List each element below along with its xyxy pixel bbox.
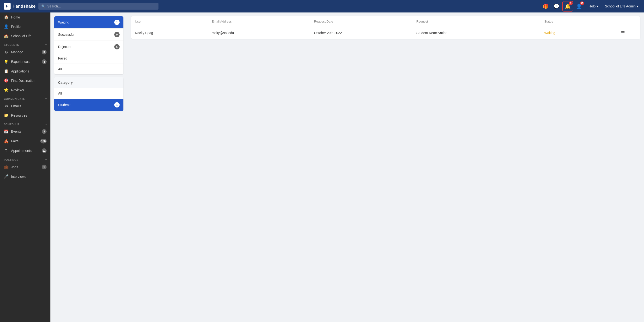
filter-successful[interactable]: Successful 9 (54, 28, 124, 41)
sidebar-first-destination-label: First Destination (11, 79, 46, 82)
emails-icon: ✉ (4, 104, 9, 108)
sidebar-item-profile[interactable]: 👤 Profile (0, 22, 50, 31)
col-status: Status (544, 20, 621, 23)
col-email: Email Address (212, 20, 314, 23)
students-chevron-icon: ▾ (46, 44, 47, 46)
notifications-icon-button[interactable]: 👤 95 (574, 1, 584, 11)
col-request-date: Request Date (314, 20, 416, 23)
postings-section-header: Postings ▾ (0, 155, 50, 162)
first-destination-icon: 🎯 (4, 78, 9, 83)
filter-failed[interactable]: Failed (54, 53, 124, 64)
admin-chevron-icon: ▾ (636, 4, 638, 8)
postings-chevron-icon: ▾ (46, 159, 47, 161)
cell-user: Rocky Spag (135, 31, 212, 35)
filter-waiting-count: 1 (114, 20, 120, 25)
filter-rejected-label: Rejected (58, 45, 71, 49)
schedule-chevron-icon: ▾ (46, 123, 47, 126)
filter-all-category[interactable]: All (54, 88, 124, 99)
filter-successful-count: 9 (114, 32, 120, 37)
sidebar-item-emails[interactable]: ✉ Emails (0, 101, 50, 111)
manage-icon: ⚙ (4, 50, 9, 54)
communicate-section-header: Communicate ▾ (0, 94, 50, 101)
resources-icon: 📁 (4, 113, 9, 118)
filter-all-status[interactable]: All (54, 64, 124, 74)
sidebar-manage-label: Manage (11, 50, 40, 54)
sidebar-emails-label: Emails (11, 104, 46, 108)
jobs-icon: 💼 (4, 165, 9, 169)
row-menu-button[interactable]: ☰ (621, 30, 636, 35)
sidebar-school-label: School of Life (11, 34, 46, 38)
sidebar: 🏠 Home 👤 Profile 🏫 School of Life Studen… (0, 12, 50, 322)
sidebar-resources-label: Resources (11, 113, 46, 117)
communicate-chevron-icon: ▾ (46, 98, 47, 100)
filter-students-count: 1 (114, 102, 120, 107)
help-chevron-icon: ▾ (596, 4, 598, 8)
schedule-section-header: Schedule ▾ (0, 120, 50, 127)
sidebar-item-applications[interactable]: 📋 Applications (0, 66, 50, 76)
filter-all-category-label: All (58, 91, 62, 95)
search-bar[interactable]: 🔍 (38, 3, 158, 9)
fairs-icon: 🎪 (4, 139, 9, 143)
reviews-icon: ⭐ (4, 88, 9, 92)
search-input[interactable] (47, 4, 156, 8)
sidebar-item-first-destination[interactable]: 🎯 First Destination (0, 76, 50, 85)
admin-label: School of Life Admin (605, 4, 636, 8)
main-layout: 🏠 Home 👤 Profile 🏫 School of Life Studen… (0, 12, 644, 322)
sidebar-applications-label: Applications (11, 69, 46, 73)
notifications-badge: 95 (580, 1, 584, 5)
table-header: User Email Address Request Date Request … (131, 16, 640, 27)
interviews-icon: 🎤 (4, 174, 9, 179)
top-nav: H Handshake 🔍 🎁 💬 🔔 1 👤 95 Help ▾ School… (0, 0, 644, 12)
sidebar-item-appointments[interactable]: 🗓 Appointments 22 (0, 146, 50, 155)
sidebar-item-resources[interactable]: 📁 Resources (0, 111, 50, 120)
logo[interactable]: H Handshake (4, 3, 36, 9)
gift-icon: 🎁 (543, 3, 549, 9)
filter-rejected[interactable]: Rejected 5 (54, 41, 124, 53)
filter-students[interactable]: Students 1 (54, 99, 124, 111)
chat-icon-button[interactable]: 💬 (552, 1, 562, 11)
cell-status: Waiting (544, 31, 621, 35)
logo-icon: H (4, 3, 10, 9)
status-filter-group: Waiting 1 Successful 9 Rejected 5 Failed… (54, 16, 124, 74)
home-icon: 🏠 (4, 15, 9, 19)
table-row: Rocky Spag rocky@sol.edu October 20th 20… (131, 27, 640, 39)
gift-icon-button[interactable]: 🎁 (541, 1, 550, 11)
sidebar-item-home[interactable]: 🏠 Home (0, 12, 50, 22)
filter-category-label: Category (58, 81, 73, 84)
sidebar-item-reviews[interactable]: ⭐ Reviews (0, 85, 50, 94)
sidebar-item-interviews[interactable]: 🎤 Interviews (0, 172, 50, 181)
sidebar-item-fairs[interactable]: 🎪 Fairs 106 (0, 136, 50, 146)
sidebar-item-manage[interactable]: ⚙ Manage 3 (0, 47, 50, 57)
help-button[interactable]: Help ▾ (587, 2, 600, 10)
sidebar-item-events[interactable]: 📅 Events 3 (0, 127, 50, 136)
cell-request: Student Reactivation (416, 31, 544, 35)
filter-waiting-label: Waiting (58, 20, 69, 24)
sidebar-reviews-label: Reviews (11, 88, 46, 92)
sidebar-interviews-label: Interviews (11, 175, 46, 179)
chat-icon: 💬 (554, 3, 560, 9)
appointments-icon: 🗓 (4, 149, 9, 153)
sidebar-item-jobs[interactable]: 💼 Jobs 1 (0, 162, 50, 172)
col-request: Request (416, 20, 544, 23)
sidebar-item-school[interactable]: 🏫 School of Life (0, 31, 50, 40)
profile-icon: 👤 (4, 24, 9, 29)
applications-icon: 📋 (4, 69, 9, 73)
help-label: Help (589, 4, 596, 8)
events-icon: 📅 (4, 129, 9, 134)
jobs-badge: 1 (42, 165, 46, 169)
sidebar-appointments-label: Appointments (11, 149, 40, 153)
bell-icon-button[interactable]: 🔔 1 (562, 1, 573, 11)
table-area: User Email Address Request Date Request … (127, 12, 644, 322)
col-user: User (135, 20, 212, 23)
manage-badge: 3 (42, 50, 46, 54)
admin-button[interactable]: School of Life Admin ▾ (603, 2, 640, 10)
topnav-icons: 🎁 💬 🔔 1 👤 95 (541, 1, 584, 11)
cell-request-date: October 20th 2022 (314, 31, 416, 35)
events-badge: 3 (42, 129, 46, 134)
experiences-badge: 4 (42, 59, 46, 64)
col-actions (621, 20, 636, 23)
search-icon: 🔍 (41, 4, 46, 8)
filter-waiting[interactable]: Waiting 1 (54, 16, 124, 28)
sidebar-item-experiences[interactable]: 💡 Experiences 4 (0, 57, 50, 66)
filter-successful-label: Successful (58, 33, 74, 36)
